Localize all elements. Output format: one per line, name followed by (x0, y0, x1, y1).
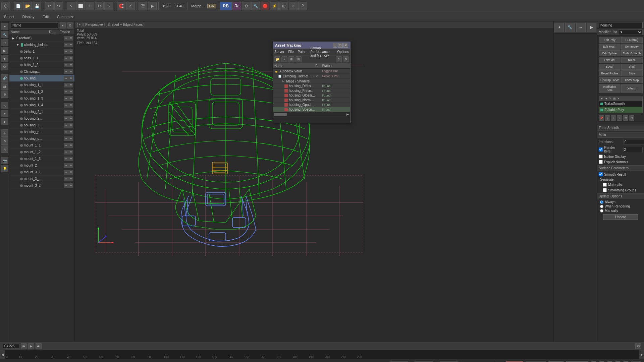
frz-b11[interactable]: ❄ (68, 56, 73, 61)
tree-item-m13[interactable]: mount_1_3 ● ❄ (9, 156, 74, 162)
explicit-check[interactable] (599, 160, 603, 164)
update-button[interactable]: Update (603, 214, 638, 220)
scene-search-input[interactable] (11, 22, 58, 28)
btn-slice[interactable]: Slice (621, 70, 643, 76)
camera-icon[interactable]: 📷 (1, 157, 8, 164)
select-menu[interactable]: Select (3, 14, 16, 19)
modifier-search-input[interactable] (599, 22, 643, 28)
dialog-close-btn[interactable]: ✕ (343, 43, 348, 48)
select-icon[interactable]: ↖ (67, 2, 75, 10)
help-icon[interactable]: ? (298, 2, 307, 10)
tree-item-h14[interactable]: housing_1_4 ● ❄ (9, 102, 74, 109)
tree-item-belts11[interactable]: belts_1_1 ● ❄ (9, 55, 74, 62)
btn-bevel[interactable]: Bevel (599, 64, 621, 70)
render-setup-icon[interactable]: 🎬 (139, 2, 147, 10)
vis-m31[interactable]: ● (64, 170, 68, 175)
btn-ffd[interactable]: FFD(box) (621, 37, 643, 43)
angle-snap-icon[interactable]: ∠ (126, 2, 135, 10)
select-tool[interactable]: ↖ (1, 102, 8, 109)
frz-b1[interactable]: ❄ (68, 49, 73, 54)
btn-edit-mesh[interactable]: Edit Mesh (599, 44, 621, 50)
undo-icon[interactable]: ↩ (45, 2, 54, 10)
open-icon[interactable]: 📂 (23, 2, 32, 10)
modify-icon[interactable]: 🔧 (1, 31, 8, 38)
hierarchy-icon[interactable]: ⊸ (1, 39, 8, 46)
vis-b11[interactable]: ● (64, 56, 68, 61)
scroll-right[interactable]: ▶ (345, 113, 350, 116)
render-iters-check[interactable] (599, 147, 603, 152)
display-icon[interactable]: 👁 (1, 55, 8, 62)
rc-btn[interactable]: Rc (232, 2, 241, 10)
tool1-icon[interactable]: ⚙ (242, 2, 251, 10)
stack-nav2[interactable]: ↑ (611, 115, 616, 121)
tree-item-h12[interactable]: housing_1_2 ● ❄ (9, 88, 74, 95)
tool5-icon[interactable]: ⊞ (279, 2, 288, 10)
vis-m12[interactable]: ● (64, 150, 68, 155)
frz-m31[interactable]: ❄ (68, 170, 73, 175)
scene-options-icon[interactable]: ⚙ (67, 22, 73, 28)
asset-tb2[interactable]: ≡ (281, 56, 287, 62)
select-region-icon[interactable]: ⬜ (76, 2, 85, 10)
motion-tab[interactable]: ▶ (587, 23, 596, 32)
manually-radio[interactable] (600, 209, 603, 213)
tree-item-m3x[interactable]: mount_3_... ● ❄ (9, 176, 74, 182)
tree-item-hp2[interactable]: housing_p... ● ❄ (9, 135, 74, 142)
tree-item-m2[interactable]: mount_2 ● ❄ (9, 162, 74, 169)
frz-m13[interactable]: ❄ (68, 157, 73, 161)
modify-tab[interactable]: 🔧 (565, 23, 575, 32)
frz-m3x[interactable]: ❄ (68, 177, 73, 181)
btn-xform[interactable]: XForm (621, 84, 643, 93)
tree-item-m31[interactable]: mount_3_1 ● ❄ (9, 169, 74, 176)
btn-symmetry[interactable]: Symmetry (621, 44, 643, 50)
stack-editable-poly[interactable]: Editable Poly (599, 107, 642, 113)
frz-b12[interactable]: ❄ (68, 63, 73, 67)
stack-turbosmooth[interactable]: TurboSmooth (599, 101, 642, 107)
frz-hp1[interactable]: ❄ (68, 130, 73, 134)
create-tab[interactable]: ✦ (554, 23, 564, 32)
vis-helmet[interactable]: ● (64, 43, 68, 47)
tree-item-climbing[interactable]: Climbing.... ● ❄ (9, 68, 74, 75)
rb-btn[interactable]: RB (220, 2, 232, 10)
frz-h21[interactable]: ❄ (68, 110, 73, 114)
isoline-check[interactable] (599, 155, 603, 159)
frz-h2a[interactable]: ❄ (68, 116, 73, 121)
vis-m32[interactable]: ● (64, 183, 68, 188)
btn-edit-spline[interactable]: Edit Spline (599, 50, 621, 56)
asset-menu-options[interactable]: Options (337, 50, 349, 54)
stack-nav3[interactable]: ↓ (617, 115, 622, 121)
tree-item-h2b[interactable]: housing_2... ● ❄ (9, 122, 74, 129)
btn-extrude[interactable]: Extrude (599, 57, 621, 63)
asset-row-specular[interactable]: housing_Specular.png Found (273, 107, 350, 112)
btn-turbosmooth[interactable]: TurboSmooth (621, 50, 643, 56)
prev-frame-btn[interactable]: ⏮ (21, 343, 27, 349)
frz-h12[interactable]: ❄ (68, 89, 73, 94)
play-btn[interactable]: ▶ (28, 343, 34, 349)
frz-m2[interactable]: ❄ (68, 163, 73, 168)
asset-row-file[interactable]: 📄 Climbing_Helmet_Generic_vra... ↗ Netwo… (273, 74, 350, 79)
dialog-minimize-btn[interactable]: _ (333, 43, 337, 48)
frz-helmet[interactable]: ❄ (68, 43, 73, 47)
tree-item-m12[interactable]: mount_1_2 ● ❄ (9, 149, 74, 156)
rotate-tool[interactable]: ↻ (1, 137, 8, 145)
tree-item-belts12[interactable]: belts_1_2 ● ❄ (9, 62, 74, 68)
edit-menu[interactable]: Edit (41, 14, 50, 19)
smoothing-groups-check[interactable] (603, 188, 607, 192)
bind-icon[interactable]: ⊕ (1, 90, 8, 98)
asset-tb5[interactable]: ? (336, 56, 342, 62)
viewport[interactable]: [ + ] [ Perspective ] [ Shaded + Edged F… (75, 21, 553, 342)
redo-icon[interactable]: ↪ (54, 2, 63, 10)
frz-m32[interactable]: ❄ (68, 183, 73, 188)
frz-m11[interactable]: ❄ (68, 143, 73, 148)
vis-h[interactable]: ● (64, 76, 68, 81)
tool2-icon[interactable]: 🔧 (251, 2, 260, 10)
asset-row-glossiness[interactable]: housing_Glossiness.png Found (273, 93, 350, 98)
scene-filter-icon[interactable]: ▼ (60, 22, 66, 28)
asset-row-vault[interactable]: 🔒 Autodesk Vault Logged Out (273, 69, 350, 74)
utilities-icon[interactable]: ⚙ (1, 63, 8, 70)
asset-tb3[interactable]: ⊞ (288, 56, 294, 62)
tree-item-helmet[interactable]: ▼ climbing_helmet ● ❄ (9, 42, 74, 48)
tool6-icon[interactable]: ≡ (289, 2, 298, 10)
render-icon[interactable]: ▶ (148, 2, 157, 10)
filter-icon[interactable]: ▼ (1, 118, 8, 125)
vis-b12[interactable]: ● (64, 63, 68, 67)
